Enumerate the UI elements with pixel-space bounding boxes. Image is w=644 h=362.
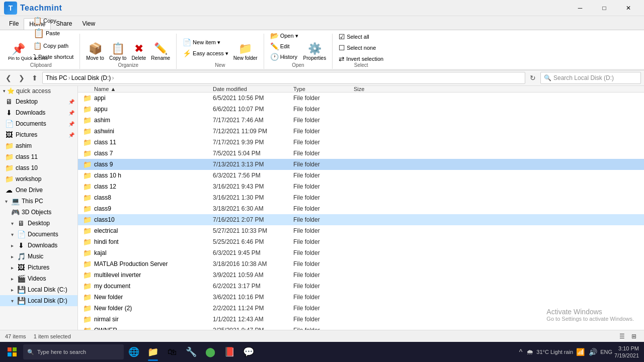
- file-row-class12[interactable]: 📁 class 12 3/16/2021 9:43 PM File folder: [78, 181, 644, 192]
- file-row[interactable]: 📁 class 10 h 6/3/2021 7:56 PM File folde…: [78, 170, 644, 181]
- taskbar-chat[interactable]: 💬: [239, 342, 258, 362]
- file-row[interactable]: 📁 appu 6/6/2021 10:07 PM File folder: [78, 104, 644, 115]
- tray-volume[interactable]: 🔊: [588, 347, 598, 357]
- taskbar-edge[interactable]: 🌐: [125, 342, 143, 362]
- statusbar-view-options: ☰ ⊞: [617, 331, 639, 341]
- large-icons-view-button[interactable]: ⊞: [629, 331, 639, 341]
- sidebar-item-videos-tree[interactable]: ▸ 🎬 Videos: [0, 273, 77, 284]
- tray-network[interactable]: 📶: [575, 347, 586, 357]
- col-name[interactable]: Name ▲: [82, 86, 213, 92]
- minimize-button[interactable]: ─: [569, 0, 592, 16]
- col-date-modified[interactable]: Date modified: [213, 86, 293, 92]
- file-row[interactable]: 📁 electrical 5/27/2021 10:33 PM File fol…: [78, 225, 644, 236]
- copy-to-button[interactable]: 📋 Copy to: [107, 34, 128, 62]
- back-button[interactable]: ❮: [3, 72, 14, 83]
- col-type[interactable]: Type: [293, 86, 354, 92]
- taskbar-search[interactable]: 🔍 Type here to search: [23, 344, 124, 359]
- rename-button[interactable]: ✏️ Rename: [149, 34, 172, 62]
- pin-to-quick-access-button[interactable]: 📌 Pin to Quick access: [6, 34, 30, 62]
- sidebar-item-pictures[interactable]: 🖼 Pictures 📌: [0, 129, 77, 140]
- file-row[interactable]: 📁 kajal 6/3/2021 9:45 PM File folder: [78, 247, 644, 258]
- start-button[interactable]: [2, 342, 22, 362]
- sidebar-item-class11[interactable]: 📁 class 11: [0, 151, 77, 162]
- move-to-button[interactable]: 📦 Move to: [84, 34, 106, 62]
- local-d-icon: 💾: [17, 297, 25, 305]
- breadcrumb-locald[interactable]: Local Disk (D:): [71, 74, 111, 81]
- easy-access-button[interactable]: ⚡ Easy access ▾: [181, 48, 230, 58]
- properties-button[interactable]: ⚙️ Properties: [301, 34, 329, 62]
- tray-clock[interactable]: 3:10 PM 7/19/2021: [614, 345, 639, 359]
- file-row[interactable]: 📁 nirmal sir 1/1/2021 12:43 AM File fold…: [78, 314, 644, 325]
- file-row[interactable]: 📁 multilevel inverter 3/9/2021 10:59 AM …: [78, 269, 644, 281]
- file-row[interactable]: 📁 appi 6/5/2021 10:56 PM File folder: [78, 93, 644, 104]
- col-size[interactable]: Size: [354, 86, 394, 92]
- address-path[interactable]: This PC › Local Disk (D:) ›: [42, 72, 525, 84]
- tab-file[interactable]: File: [4, 18, 24, 30]
- select-none-button[interactable]: ☐ Select none: [337, 43, 385, 53]
- open-dropdown-button[interactable]: 📂 Open ▾: [268, 31, 300, 41]
- file-date: 7/16/2021 2:07 PM: [213, 216, 293, 223]
- sidebar-item-class10[interactable]: 📁 class 10: [0, 162, 77, 173]
- sidebar-item-downloads-tree[interactable]: ▸ ⬇ Downloads: [0, 240, 77, 251]
- sidebar-item-thispc[interactable]: ▾ 💻 This PC: [0, 196, 77, 207]
- sidebar-item-downloads[interactable]: ⬇ Downloads 📌: [0, 107, 77, 118]
- file-row[interactable]: 📁 New folder (2) 2/2/2021 11:24 PM File …: [78, 303, 644, 314]
- file-row-class10[interactable]: 📁 class10 7/16/2021 2:07 PM File folder: [78, 214, 644, 225]
- up-button[interactable]: ⬆: [29, 72, 40, 83]
- sidebar-item-local-d[interactable]: ▾ 💾 Local Disk (D:): [0, 295, 77, 306]
- file-row-hindi-font[interactable]: 📁 hindi font 5/25/2021 6:46 PM File fold…: [78, 236, 644, 247]
- new-folder-button[interactable]: 📁 New folder: [231, 34, 260, 62]
- file-name: New folder (2): [94, 305, 213, 312]
- copy-button[interactable]: 📋 Copy: [31, 16, 75, 26]
- music-tree-icon: 🎵: [17, 252, 25, 260]
- file-row[interactable]: 📁 class 11 7/17/2021 9:39 PM File folder: [78, 137, 644, 148]
- file-row[interactable]: 📁 New folder 3/6/2021 10:16 PM File fold…: [78, 292, 644, 303]
- sidebar-item-desktop-tree[interactable]: ▾ 🖥 Desktop: [0, 218, 77, 229]
- new-item-button[interactable]: 📄 New item ▾: [181, 37, 230, 47]
- sidebar-item-documents-tree[interactable]: ▾ 📄 Documents: [0, 229, 77, 240]
- sidebar-item-onedrive[interactable]: ☁ One Drive: [0, 185, 77, 196]
- file-row-class9[interactable]: 📁 class 9 7/13/2021 3:13 PM File folder: [78, 159, 644, 170]
- sidebar-item-pictures-tree[interactable]: ▸ 🖼 Pictures: [0, 262, 77, 273]
- taskbar-chrome[interactable]: ⬤: [201, 342, 219, 362]
- paste-shortcut-button[interactable]: ⤵ Paste shortcut: [31, 52, 75, 62]
- file-row[interactable]: 📁 ashim 7/17/2021 7:46 AM File folder: [78, 115, 644, 126]
- taskbar-app4[interactable]: 🔧: [182, 342, 200, 362]
- search-box[interactable]: 🔍 Search Local Disk (D:): [540, 72, 641, 84]
- edit-button[interactable]: ✏️ Edit: [268, 41, 300, 51]
- maximize-button[interactable]: □: [593, 0, 616, 16]
- taskbar-store[interactable]: 🛍: [163, 342, 181, 362]
- history-icon: 🕐: [270, 53, 279, 61]
- file-row[interactable]: 📁 class 7 7/5/2021 5:04 PM File folder: [78, 148, 644, 159]
- select-all-button[interactable]: ☑ Select all: [337, 32, 385, 42]
- file-type: File folder: [293, 238, 354, 245]
- refresh-button[interactable]: ↻: [527, 72, 538, 83]
- sidebar-item-music-tree[interactable]: ▸ 🎵 Music: [0, 251, 77, 262]
- copy-path-button[interactable]: 📋 Copy path: [31, 41, 75, 51]
- sidebar-item-3dobjects[interactable]: 🎮 3D Objects: [0, 207, 77, 218]
- file-row[interactable]: 📁 MATLAB Production Server 3/18/2016 10:…: [78, 258, 644, 269]
- file-date: 1/1/2021 12:43 AM: [213, 316, 293, 323]
- quick-access-header[interactable]: ▾ ⭐ quick access: [0, 86, 77, 96]
- history-button[interactable]: 🕐 History: [268, 52, 300, 62]
- delete-button[interactable]: ✖ Delete: [129, 34, 148, 62]
- file-row[interactable]: 📁 OWNER 2/25/2021 9:47 PM File folder: [78, 325, 644, 330]
- file-row[interactable]: 📁 my document 6/2/2021 3:17 PM File fold…: [78, 281, 644, 292]
- file-row[interactable]: 📁 ashwini 7/12/2021 11:09 PM File folder: [78, 126, 644, 137]
- taskbar-explorer[interactable]: 📁: [144, 342, 162, 362]
- paste-button[interactable]: 📋 Paste: [31, 27, 75, 40]
- sidebar-item-workshop[interactable]: 📁 workshop: [0, 173, 77, 185]
- sidebar-item-documents[interactable]: 📄 Documents 📌: [0, 118, 77, 129]
- file-row[interactable]: 📁 class9 3/18/2021 6:30 AM File folder: [78, 203, 644, 214]
- tray-chevron[interactable]: ^: [518, 347, 524, 357]
- file-row[interactable]: 📁 class8 3/16/2021 1:30 PM File folder: [78, 192, 644, 203]
- details-view-button[interactable]: ☰: [617, 331, 627, 341]
- taskbar-pdf[interactable]: 📕: [220, 342, 238, 362]
- forward-button[interactable]: ❯: [16, 72, 27, 83]
- breadcrumb-thispc[interactable]: This PC: [46, 74, 67, 81]
- sidebar-item-desktop[interactable]: 🖥 Desktop 📌: [0, 96, 77, 107]
- tab-view[interactable]: View: [77, 18, 100, 30]
- sidebar-item-local-c[interactable]: ▸ 💾 Local Disk (C:): [0, 284, 77, 295]
- close-button[interactable]: ✕: [617, 0, 640, 16]
- sidebar-item-ashim[interactable]: 📁 ashim: [0, 140, 77, 151]
